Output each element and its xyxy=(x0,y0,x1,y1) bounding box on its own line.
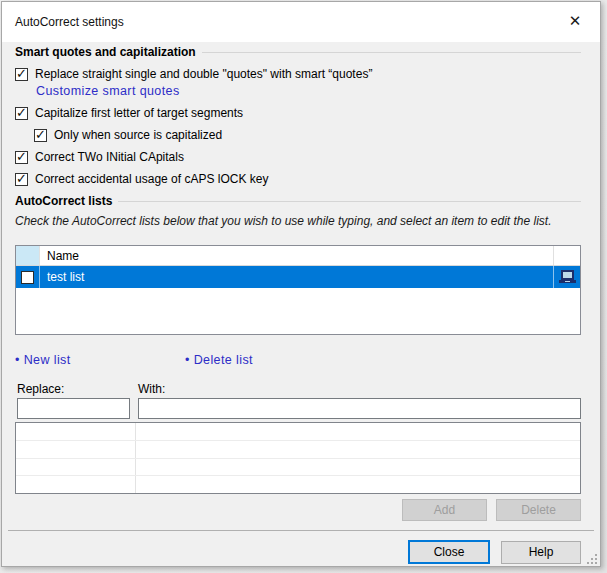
autocorrect-lists-table[interactable]: Name test list xyxy=(15,245,581,335)
grid-cell-replace[interactable] xyxy=(16,459,136,476)
delete-button[interactable]: Delete xyxy=(496,499,581,521)
resize-grip[interactable] xyxy=(587,554,597,564)
checkbox-only-when-source-capitalized[interactable]: ✓ Only when source is capitalized xyxy=(15,124,581,146)
grid-cell-with[interactable] xyxy=(136,459,580,476)
checkbox-correct-two-initial-capitals[interactable]: ✓ Correct TWo INitial CApitals xyxy=(15,146,581,168)
autocorrect-lists-description: Check the AutoCorrect lists below that y… xyxy=(15,214,581,230)
checkbox-correct-caps-lock[interactable]: ✓ Correct accidental usage of cAPS lOCK … xyxy=(15,168,581,190)
checkbox-box[interactable]: ✓ xyxy=(15,151,28,164)
grid-row[interactable] xyxy=(16,476,580,493)
group-divider-line xyxy=(202,52,581,53)
checkmark-icon: ✓ xyxy=(16,105,27,120)
footer-buttons: Close Help xyxy=(15,540,581,564)
grid-cell-replace[interactable] xyxy=(16,441,136,458)
grid-cell-with[interactable] xyxy=(136,476,580,493)
list-item-checkbox[interactable] xyxy=(21,271,34,284)
delete-list-link[interactable]: • Delete list xyxy=(185,353,253,367)
window-title: AutoCorrect settings xyxy=(15,15,124,29)
add-delete-row: Add Delete xyxy=(15,499,581,521)
grid-cell-with[interactable] xyxy=(136,441,580,458)
bullet-icon: • xyxy=(185,353,190,367)
replace-with-inputs xyxy=(15,398,581,419)
group-header-smart-quotes: Smart quotes and capitalization xyxy=(15,45,581,59)
grid-row[interactable] xyxy=(16,459,580,477)
help-button[interactable]: Help xyxy=(501,541,581,564)
replace-input[interactable] xyxy=(17,398,130,419)
group-label: AutoCorrect lists xyxy=(15,194,112,208)
replace-label: Replace: xyxy=(17,382,138,396)
name-column-label: Name xyxy=(47,249,79,263)
grid-cell-replace[interactable] xyxy=(16,476,136,493)
group-divider-line xyxy=(118,201,581,202)
laptop-icon xyxy=(558,269,577,285)
checkbox-label[interactable]: Correct accidental usage of cAPS lOCK ke… xyxy=(35,172,268,186)
row-name-cell[interactable]: test list xyxy=(40,266,554,288)
grid-row[interactable] xyxy=(16,441,580,459)
checkbox-box[interactable]: ✓ xyxy=(15,107,28,120)
new-list-slot: • New list xyxy=(15,353,185,367)
table-header-row: Name xyxy=(16,246,580,266)
dialog-content: Smart quotes and capitalization ✓ Replac… xyxy=(2,45,600,564)
checkbox-capitalize-first-letter[interactable]: ✓ Capitalize first letter of target segm… xyxy=(15,102,581,124)
group-header-autocorrect-lists: AutoCorrect lists xyxy=(15,194,581,208)
checkmark-icon: ✓ xyxy=(16,149,27,164)
autocorrect-settings-dialog: AutoCorrect settings ✕ Smart quotes and … xyxy=(1,1,601,567)
add-button[interactable]: Add xyxy=(402,499,487,521)
header-name-column[interactable]: Name xyxy=(40,246,554,265)
table-empty-area[interactable] xyxy=(16,288,580,334)
row-icon-cell xyxy=(554,266,580,288)
replacement-pairs-grid[interactable] xyxy=(15,422,581,494)
checkbox-label[interactable]: Replace straight single and double "quot… xyxy=(35,67,372,81)
checkmark-icon: ✓ xyxy=(16,66,27,81)
footer-divider xyxy=(8,530,594,531)
checkbox-box[interactable]: ✓ xyxy=(34,129,47,142)
checkmark-icon: ✓ xyxy=(16,171,27,186)
replace-with-labels: Replace: With: xyxy=(15,382,581,396)
checkbox-label[interactable]: Only when source is capitalized xyxy=(54,128,222,142)
checkbox-box[interactable]: ✓ xyxy=(15,173,28,186)
new-list-link[interactable]: • New list xyxy=(15,353,71,367)
bullet-icon: • xyxy=(15,353,20,367)
checkbox-label[interactable]: Correct TWo INitial CApitals xyxy=(35,150,184,164)
checkbox-label[interactable]: Capitalize first letter of target segmen… xyxy=(35,106,243,120)
row-checkbox-cell xyxy=(16,266,40,288)
close-button[interactable]: Close xyxy=(408,540,490,564)
with-label: With: xyxy=(138,382,165,396)
header-icon-column xyxy=(554,246,580,265)
grid-row[interactable] xyxy=(16,423,580,441)
close-icon[interactable]: ✕ xyxy=(560,8,590,34)
with-input[interactable] xyxy=(138,398,581,419)
table-row[interactable]: test list xyxy=(16,266,580,288)
list-actions-row: • New list • Delete list xyxy=(15,352,581,368)
customize-smart-quotes-link[interactable]: Customize smart quotes xyxy=(36,84,180,98)
grid-cell-replace[interactable] xyxy=(16,423,136,440)
checkbox-replace-quotes[interactable]: ✓ Replace straight single and double "qu… xyxy=(15,65,581,83)
group-label: Smart quotes and capitalization xyxy=(15,45,196,59)
checkbox-box[interactable]: ✓ xyxy=(15,68,28,81)
list-item-name: test list xyxy=(47,270,84,284)
customize-smart-quotes-row: Customize smart quotes xyxy=(36,83,581,99)
header-checkbox-column xyxy=(16,246,40,265)
title-bar: AutoCorrect settings ✕ xyxy=(2,2,600,42)
checkmark-icon: ✓ xyxy=(35,127,46,142)
grid-cell-with[interactable] xyxy=(136,423,580,440)
